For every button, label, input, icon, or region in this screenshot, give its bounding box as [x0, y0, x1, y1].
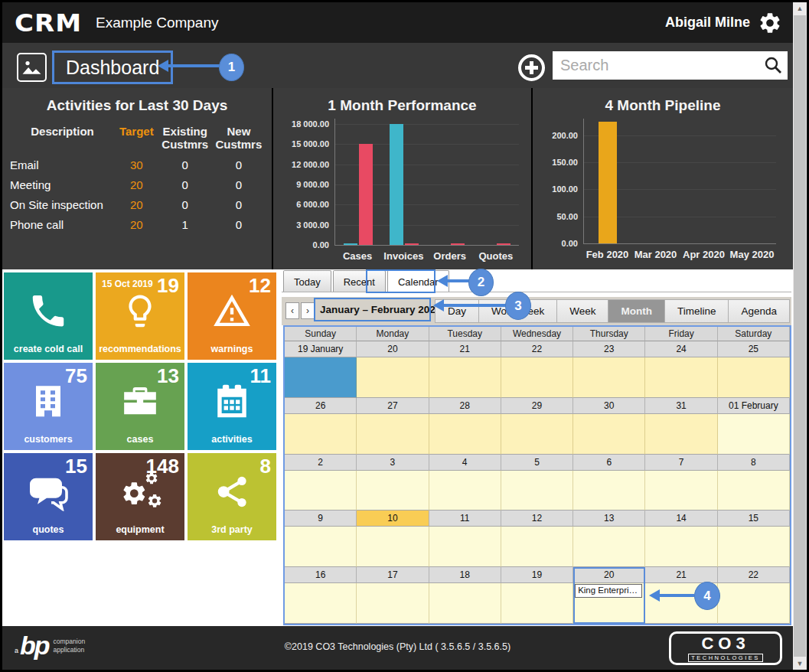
date-cell-5[interactable]: 5 [501, 455, 573, 471]
day-body-3[interactable] [357, 471, 429, 511]
calendar-day-headers: SundayMondayTuesdayWednesdayThursdayFrid… [285, 327, 790, 341]
day-body-14[interactable] [645, 527, 717, 567]
day-body-4[interactable] [429, 471, 501, 511]
date-cell-20[interactable]: 20 [357, 341, 429, 357]
day-body-12[interactable] [501, 527, 573, 567]
date-cell-30[interactable]: 30 [573, 398, 645, 414]
day-body-6[interactable] [573, 471, 645, 511]
date-cell-22[interactable]: 22 [501, 341, 573, 357]
day-body-13[interactable] [573, 527, 645, 567]
date-cell-11[interactable]: 11 [429, 511, 501, 527]
tile-equipment[interactable]: 148equipment [96, 453, 184, 540]
scroll-down-icon[interactable]: ▼ [793, 657, 807, 670]
date-cell-28[interactable]: 28 [429, 398, 501, 414]
date-cell-29[interactable]: 29 [501, 398, 573, 414]
day-body-25[interactable] [718, 357, 790, 398]
day-body-01-February[interactable] [718, 414, 790, 455]
date-cell-15[interactable]: 15 [718, 511, 790, 527]
vertical-scrollbar[interactable]: ▲ ▼ [793, 2, 807, 670]
day-body-18[interactable] [429, 583, 501, 624]
date-cell-01-February[interactable]: 01 February [718, 398, 790, 414]
day-body-17[interactable] [357, 583, 429, 624]
date-cell-12[interactable]: 12 [501, 511, 573, 527]
day-body-15[interactable] [718, 527, 790, 567]
day-body-2[interactable] [285, 471, 357, 511]
day-body-19-January[interactable] [285, 357, 357, 398]
tile-count: 19 [157, 274, 179, 298]
view-agenda[interactable]: Agenda [729, 299, 790, 323]
date-cell-26[interactable]: 26 [285, 398, 357, 414]
scroll-up-icon[interactable]: ▲ [793, 2, 807, 15]
date-cell-13[interactable]: 13 [573, 511, 645, 527]
day-body-22[interactable] [501, 357, 573, 398]
prev-month-button[interactable]: ‹ [285, 302, 299, 319]
date-cell-17[interactable]: 17 [357, 567, 429, 583]
view-timeline[interactable]: Timeline [665, 299, 729, 323]
day-body-21[interactable] [429, 357, 501, 398]
day-body-29[interactable] [501, 414, 573, 455]
performance-chart: 0.003 000.006 000.009 000.0012 000.0015 … [273, 119, 531, 262]
date-cell-25[interactable]: 25 [718, 341, 790, 357]
date-cell-19[interactable]: 19 [501, 567, 573, 583]
day-body-11[interactable] [429, 527, 501, 567]
date-cell-16[interactable]: 16 [285, 567, 357, 583]
date-cell-9[interactable]: 9 [285, 511, 357, 527]
date-cell-27[interactable]: 27 [357, 398, 429, 414]
next-month-button[interactable]: › [301, 302, 315, 319]
date-cell-3[interactable]: 3 [357, 455, 429, 471]
day-body-16[interactable] [285, 583, 357, 624]
tile-quotes[interactable]: 15quotes [4, 453, 93, 540]
day-body-9[interactable] [285, 527, 357, 567]
date-cell-8[interactable]: 8 [718, 455, 790, 471]
day-body-30[interactable] [573, 414, 645, 455]
date-cell-6[interactable]: 6 [573, 455, 645, 471]
date-cell-18[interactable]: 18 [429, 567, 501, 583]
date-cell-7[interactable]: 7 [645, 455, 717, 471]
add-button[interactable] [517, 54, 546, 82]
tab-today[interactable]: Today [283, 270, 331, 292]
date-cell-31[interactable]: 31 [645, 398, 717, 414]
tile-3rd-party[interactable]: 83rd party [188, 453, 276, 540]
date-cell-2[interactable]: 2 [285, 455, 357, 471]
tile-warnings[interactable]: 12warnings [188, 272, 276, 360]
date-cell-24[interactable]: 24 [645, 341, 717, 357]
search-icon[interactable] [763, 55, 783, 75]
scrollbar-thumb[interactable] [794, 15, 806, 657]
date-cell-19-January[interactable]: 19 January [285, 341, 357, 357]
tile-cases[interactable]: 13cases [96, 363, 184, 450]
day-body-24[interactable] [645, 357, 717, 398]
day-body-31[interactable] [645, 414, 717, 455]
day-body-20[interactable]: King Enterpri… [573, 583, 645, 624]
settings-gear-icon[interactable] [758, 11, 782, 35]
search-input[interactable] [553, 51, 788, 80]
day-body-23[interactable] [573, 357, 645, 398]
day-body-10[interactable] [357, 527, 429, 567]
date-cell-23[interactable]: 23 [573, 341, 645, 357]
date-cell-20[interactable]: 20 [573, 567, 645, 583]
date-cell-21[interactable]: 21 [429, 341, 501, 357]
day-body-27[interactable] [357, 414, 429, 455]
date-cell-4[interactable]: 4 [429, 455, 501, 471]
date-cell-14[interactable]: 14 [645, 511, 717, 527]
view-month[interactable]: Month [608, 299, 664, 323]
bar-group [632, 119, 680, 243]
day-body-7[interactable] [645, 471, 717, 511]
tile-activities[interactable]: 11activities [188, 363, 276, 450]
tile-create-cold-call[interactable]: create cold call [4, 272, 93, 360]
day-body-22[interactable] [718, 583, 790, 624]
home-image-icon[interactable] [17, 53, 47, 82]
tile-customers[interactable]: 75customers [4, 363, 93, 450]
day-body-26[interactable] [285, 414, 357, 455]
view-week[interactable]: Week [557, 299, 608, 323]
day-body-20[interactable] [357, 357, 429, 398]
day-body-19[interactable] [501, 583, 573, 624]
day-body-5[interactable] [501, 471, 573, 511]
date-cell-22[interactable]: 22 [718, 567, 790, 583]
calendar-event[interactable]: King Enterpri… [575, 584, 642, 598]
tile-recommendations[interactable]: 15 Oct 201919recommendations [96, 272, 184, 360]
date-cell-10[interactable]: 10 [357, 511, 429, 527]
day-body-28[interactable] [429, 414, 501, 455]
tab-recent[interactable]: Recent [333, 270, 386, 292]
day-body-8[interactable] [718, 471, 790, 511]
week-body [285, 527, 790, 567]
